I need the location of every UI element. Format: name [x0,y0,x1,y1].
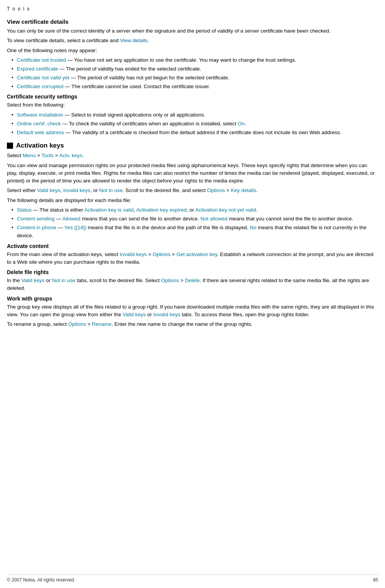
delete-file-rights-para: In the Valid keys or Not in use tabs, sc… [7,277,378,292]
list-item: Certificate corrupted — The certificate … [12,83,378,91]
not-in-use-link[interactable]: Not in use [99,187,123,193]
key-valid-link[interactable]: Activation key is valid [84,207,133,213]
options-link4[interactable]: Options [68,321,86,327]
cert-not-valid-yet-text: — The period of validity has not yet beg… [69,75,230,80]
content-sending-text3: means that you cannot send the file to a… [227,216,353,222]
view-details-link[interactable]: View details [120,38,148,43]
activation-para1: You can view and manage permission right… [7,162,378,185]
invalid-keys-link[interactable]: Invalid keys [63,187,90,193]
content-sending-dash: — [54,216,62,222]
wwg-para2-prefix: To rename a group, select [7,321,68,327]
view-cert-para3: One of the following notes may appear: [7,47,378,54]
online-certif-link[interactable]: Online certif. check [17,121,61,126]
key-not-yet-valid-link[interactable]: Activation key not yet valid [195,207,256,213]
cert-notes-list: Certificate not trusted — You have not s… [12,56,378,91]
valid-keys-link3[interactable]: Valid keys [123,312,146,317]
para2-mid: . Scroll to the desired file, and select [122,187,207,193]
menu-link[interactable]: Menu [23,153,36,158]
copyright-text: © 2007 Nokia. All rights reserved. [7,577,75,583]
options-link[interactable]: Options [207,187,225,193]
delete-gt: > [179,278,185,283]
or-text: , or [90,187,99,193]
software-install-link[interactable]: Software installation [17,112,63,118]
rename-link[interactable]: Rename [92,321,112,327]
cert-security-para1: Select from the following: [7,101,378,109]
list-item: Content sending — Allowed means that you… [12,215,378,223]
valid-keys-link2[interactable]: Valid keys [21,278,45,283]
nav-label: T o o l s [7,6,30,11]
on-link[interactable]: On [238,121,245,126]
para2-suffix: . [256,187,258,193]
delete-text1: or [44,278,52,283]
page-container: T o o l s View certificate details You c… [0,0,385,588]
online-certif-text: — To check the validity of certificates … [61,121,238,126]
list-item: Expired certificate — The period of vali… [12,65,378,73]
list-item: Default web address — The validity of a … [12,129,378,137]
list-item: Content in phone — Yes ([14]) means that… [12,224,378,240]
list-item: Certificate not trusted — You have not s… [12,56,378,64]
para2-suffix: . [148,38,149,43]
tools-link[interactable]: Tools [41,153,54,158]
activation-keys-heading-box: Activation keys [7,142,378,149]
sep2: > [54,153,59,158]
content-in-phone-link[interactable]: Content in phone [17,225,56,230]
work-with-groups-para2: To rename a group, select Options > Rena… [7,320,378,328]
sep1: > [36,153,41,158]
status-text1: — The status is either [31,207,84,213]
no-link[interactable]: No [250,225,256,230]
top-nav: T o o l s [7,6,378,11]
status-link[interactable]: Status [17,207,31,213]
cert-corrupted-link[interactable]: Certificate corrupted [17,84,64,89]
activation-para2: Select either Valid keys, Invalid keys, … [7,187,378,194]
activation-keys-heading: Activation keys [16,142,64,149]
invalid-keys-link3[interactable]: Invalid keys [153,312,181,317]
activate-content-para: From the main view of the activation key… [7,251,378,266]
content-in-phone-dash: — [56,225,64,230]
select-prefix: Select [7,153,23,158]
content-sending-link[interactable]: Content sending [17,216,54,222]
wwg-para2-suffix: . Enter the new name to change the name … [112,321,253,327]
page-number: 85 [373,577,378,583]
list-item: Online certif. check — To check the vali… [12,120,378,128]
activate-content-heading: Activate content [7,243,378,249]
content-sending-text2: means that you can send the file to anot… [81,216,201,222]
valid-keys-link[interactable]: Valid keys [37,187,61,193]
work-with-groups-heading: Work with groups [7,296,378,302]
invalid-keys-link2[interactable]: Invalid keys [120,251,147,257]
options-link3[interactable]: Options [161,278,179,283]
actv-keys-link[interactable]: Actv. keys. [59,153,84,158]
delete-link[interactable]: Delete [185,278,200,283]
cert-not-trusted-link[interactable]: Certificate not trusted [17,57,66,63]
delete-file-rights-heading: Delete file rights [7,269,378,275]
view-cert-heading: View certificate details [7,18,378,25]
activate-prefix: From the main view of the activation key… [7,251,120,257]
allowed-link[interactable]: Allowed [63,216,81,222]
activation-select-para: Select Menu > Tools > Actv. keys. [7,152,378,159]
software-install-text: — Select to install signed applications … [63,112,206,118]
key-expired-link[interactable]: Activation key expired [136,207,186,213]
para2-prefix: Select either [7,187,37,193]
list-item: Status — The status is either Activation… [12,206,378,214]
get-activation-key-link[interactable]: Get activation key [176,251,217,257]
gt: > [225,187,231,193]
cert-not-valid-yet-link[interactable]: Certificate not valid yet [17,75,69,80]
view-cert-para2: To view certificate details, select a ce… [7,37,378,44]
yes-14-link[interactable]: Yes ([14]) [64,225,86,230]
status-or: , or [187,207,196,213]
list-item: Certificate not valid yet — The period o… [12,74,378,82]
key-details-link[interactable]: Key details [231,187,256,193]
comma1: , [60,187,63,193]
black-square-icon [7,143,13,149]
list-item: Software installation — Select to instal… [12,111,378,119]
content-in-phone-text2: means that the file is in the device and… [86,225,250,230]
page-footer: © 2007 Nokia. All rights reserved. 85 [7,575,378,583]
not-in-use-link2[interactable]: Not in use [52,278,76,283]
not-allowed-link[interactable]: Not allowed [201,216,228,222]
expired-cert-link[interactable]: Expired certificate [17,66,58,72]
options-link2[interactable]: Options [153,251,171,257]
default-web-link[interactable]: Default web address [17,130,64,135]
activation-para3: The following details are displayed for … [7,197,378,204]
delete-prefix: In the [7,278,21,283]
default-web-text: — The validity of a certificate is check… [64,130,341,135]
delete-text2: tabs, scroll to the desired file. Select [75,278,161,283]
